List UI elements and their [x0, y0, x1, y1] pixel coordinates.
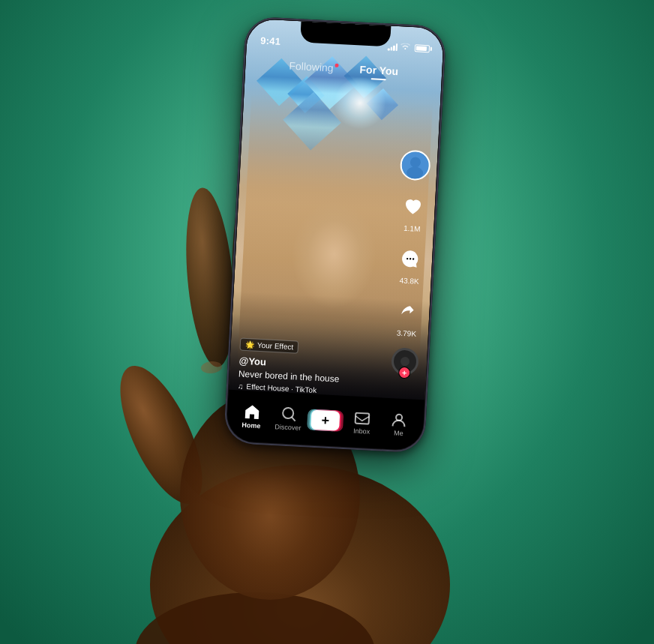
discover-icon [280, 406, 297, 423]
music-note-icon: ♫ [238, 382, 244, 390]
svg-point-20 [396, 415, 402, 421]
me-label: Me [394, 429, 404, 437]
plus-icon: + [310, 410, 340, 431]
tab-following[interactable]: Following [289, 60, 339, 76]
creator-avatar[interactable] [400, 149, 431, 181]
svg-point-2 [104, 355, 218, 514]
tab-for-you[interactable]: For You [359, 63, 399, 79]
nav-create[interactable]: + [306, 409, 344, 432]
comment-button[interactable] [394, 242, 427, 275]
phone-frame: 9:41 [224, 16, 446, 453]
bottom-navigation: Home Discover + [226, 390, 424, 451]
wifi-icon [400, 43, 411, 52]
like-count: 1.1M [404, 224, 421, 233]
nav-discover[interactable]: Discover [269, 405, 308, 433]
status-icons [388, 42, 430, 53]
comment-icon [400, 249, 421, 269]
nav-home[interactable]: Home [232, 403, 271, 430]
create-button[interactable]: + [309, 409, 341, 432]
music-disc-inner [400, 357, 410, 367]
effect-badge[interactable]: 🌟 Your Effect [239, 338, 298, 354]
video-info: 🌟 Your Effect @You Never bored in the ho… [238, 337, 383, 398]
avatar-image [401, 151, 430, 180]
following-dot [335, 64, 339, 67]
comment-action[interactable]: 43.8K [393, 242, 427, 286]
share-action[interactable]: 3.79K [391, 295, 424, 338]
svg-rect-19 [356, 413, 370, 424]
effect-emoji: 🌟 [245, 340, 255, 349]
signal-icon [388, 43, 398, 51]
svg-point-1 [135, 592, 375, 644]
nav-me[interactable]: Me [380, 411, 418, 439]
screen: 9:41 [226, 19, 444, 451]
status-time: 9:41 [260, 34, 281, 46]
home-label: Home [242, 421, 261, 430]
like-button[interactable] [397, 190, 430, 223]
comment-count: 43.8K [399, 277, 419, 286]
nav-inbox[interactable]: Inbox [343, 409, 381, 436]
discover-label: Discover [274, 423, 301, 432]
share-count: 3.79K [397, 328, 417, 337]
creator-avatar-item[interactable]: + [400, 149, 431, 181]
inbox-label: Inbox [353, 427, 370, 436]
svg-point-0 [150, 465, 450, 644]
battery-icon [415, 44, 430, 52]
me-icon [391, 411, 408, 428]
inbox-icon [354, 409, 371, 427]
like-action[interactable]: 1.1M [396, 190, 430, 233]
svg-line-18 [291, 417, 295, 421]
heart-icon [402, 196, 424, 217]
svg-point-8 [200, 361, 222, 374]
home-icon [243, 403, 260, 421]
battery-fill [416, 46, 427, 51]
share-icon [398, 302, 417, 321]
share-button[interactable] [391, 295, 424, 328]
effect-label: Your Effect [257, 341, 294, 352]
scene: 9:41 [0, 0, 654, 644]
